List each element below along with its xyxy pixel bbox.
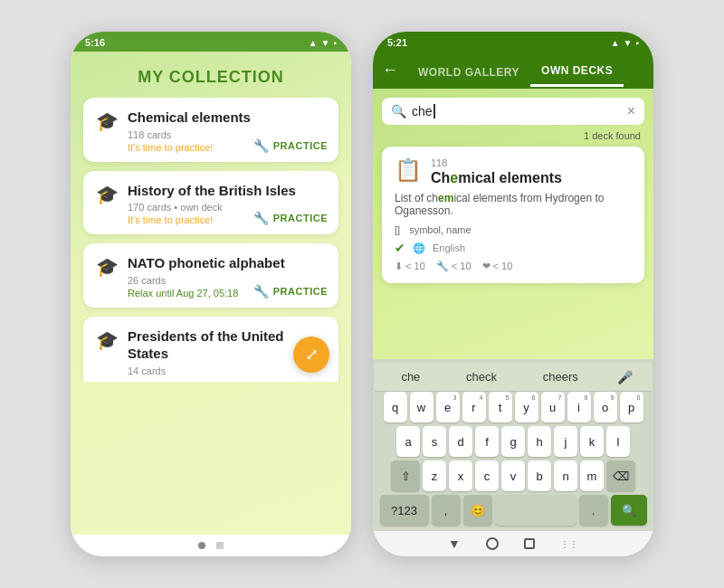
key-r[interactable]: r4 [462,392,486,422]
search-input[interactable]: che [412,104,622,119]
result-deck-icon: 📋 [395,157,422,183]
results-count: 1 deck found [373,128,653,147]
key-x[interactable]: x [449,460,472,491]
key-q[interactable]: q [384,392,407,422]
result-stats: ⬇ < 10 🔧 < 10 ❤ < 10 [395,261,632,272]
keyboard-row-1: q w e3 r4 t5 y6 u7 i8 o9 p0 [375,392,652,422]
search-clear-button[interactable]: × [627,103,635,119]
practice-icon-british: 🔧 [253,211,270,225]
key-c[interactable]: c [475,460,499,491]
result-description: List of chemical elements from Hydrogen … [395,192,632,217]
stat-learned: 🔧 < 10 [436,261,472,272]
key-y[interactable]: y6 [515,392,538,422]
tab-world-gallery[interactable]: WORLD GALLERY [407,55,530,86]
gesture-bar: ▼ ⋮⋮ [373,531,653,556]
period-key[interactable]: . [579,495,608,526]
comma-key[interactable]: , [432,495,461,526]
key-f[interactable]: f [475,426,499,457]
practice-label: PRACTICE [273,140,328,151]
result-title-suffix: mical elements [458,170,562,185]
practice-btn-british[interactable]: 🔧 PRACTICE [253,211,328,225]
result-tags: [] symbol, name [395,224,632,235]
keyboard: che check cheers 🎤 q w e3 r4 t5 y6 u7 i8… [373,359,653,531]
back-gesture-icon: ▼ [448,536,461,551]
key-b[interactable]: b [528,460,551,491]
result-tag-fields: symbol, name [409,224,471,235]
deck-meta-chemical: 118 cards [128,129,251,140]
result-card-header: 📋 118 Chemical elements [395,157,632,186]
search-enter-key[interactable]: 🔍 [611,495,647,526]
fab-button[interactable]: ⤢ [293,337,329,373]
search-icon: 🔍 [391,104,406,119]
search-query: che [412,104,433,119]
deck-card-presidents[interactable]: 🎓 Presidents of the United States 14 car… [83,317,338,382]
key-p[interactable]: p0 [620,392,643,422]
wifi-icon: ▼ [321,38,330,48]
key-w[interactable]: w [410,392,433,422]
key-o[interactable]: o9 [594,392,617,422]
deck-icon-nato: 🎓 [96,256,119,278]
emoji-key[interactable]: 😊 [463,495,492,526]
result-meta: ✔ 🌐 English [395,241,632,255]
right-signal-icon: ▲ [611,38,620,48]
deck-card-british[interactable]: 🎓 History of the British Isles 170 cards… [83,171,338,235]
key-m[interactable]: m [580,460,604,491]
nav-dot-1 [198,542,205,549]
keyboard-suggestions: che check cheers 🎤 [375,363,652,392]
right-phone: 5:21 ▲ ▼ ▪ ← WORLD GALLERY OWN DECKS 🔍 c… [373,32,653,556]
tab-own-decks[interactable]: OWN DECKS [530,53,624,87]
left-status-bar: 5:16 ▲ ▼ ▪ [71,32,351,52]
suggestion-cheers[interactable]: cheers [536,368,586,385]
search-bar[interactable]: 🔍 che × [382,98,644,125]
bottom-nav [71,535,351,556]
key-d[interactable]: d [449,426,472,457]
result-title-highlight: e [450,170,458,185]
key-g[interactable]: g [501,426,525,457]
menu-gesture-dots: ⋮⋮ [560,539,578,549]
deck-title-british: History of the British Isles [128,182,296,200]
key-a[interactable]: a [396,426,420,457]
key-t[interactable]: t5 [489,392,512,422]
result-language: English [433,242,465,253]
deck-list: 🎓 Chemical elements 118 cards It's time … [71,98,351,382]
key-h[interactable]: h [528,426,551,457]
key-k[interactable]: k [580,426,604,457]
key-l[interactable]: l [606,426,630,457]
key-z[interactable]: z [423,460,446,491]
back-button[interactable]: ← [373,52,407,89]
right-content-area: ← WORLD GALLERY OWN DECKS 🔍 che × 1 deck… [373,52,653,556]
practice-btn-nato[interactable]: 🔧 PRACTICE [253,284,328,299]
backspace-key[interactable]: ⌫ [606,460,635,491]
keyboard-row-2: a s d f g h j k l [375,426,652,457]
practice-label-nato: PRACTICE [273,286,328,297]
key-j[interactable]: j [554,426,577,457]
space-key[interactable] [495,495,576,526]
battery-icon: ▪ [333,38,337,48]
practice-btn-chemical[interactable]: 🔧 PRACTICE [253,138,328,153]
left-status-icons: ▲ ▼ ▪ [309,38,337,48]
deck-info: Chemical elements 118 cards It's time to… [128,109,251,153]
deck-header-presidents: 🎓 Presidents of the United States 14 car… [96,327,326,376]
key-i[interactable]: i8 [567,392,591,422]
deck-title-chemical: Chemical elements [128,109,251,127]
suggestion-check[interactable]: check [459,368,504,385]
result-card-chemical[interactable]: 📋 118 Chemical elements List of chemical… [382,147,644,283]
deck-card-nato[interactable]: 🎓 NATO phonetic alphabet 26 cards Relax … [83,243,338,308]
result-desc-highlight: em [438,192,453,204]
deck-card-chemical[interactable]: 🎓 Chemical elements 118 cards It's time … [83,98,338,162]
key-u[interactable]: u7 [541,392,565,422]
microphone-icon[interactable]: 🎤 [617,370,633,384]
stat-liked: ❤ < 10 [482,261,513,272]
fab-icon: ⤢ [305,345,319,365]
deck-meta-presidents: 14 cards [128,365,326,376]
key-v[interactable]: v [501,460,525,491]
suggestion-che[interactable]: che [394,368,427,385]
key-n[interactable]: n [554,460,577,491]
shift-key[interactable]: ⇧ [391,460,420,491]
numbers-key[interactable]: ?123 [380,495,429,526]
brackets-icon: [] [395,224,400,235]
deck-icon-presidents: 🎓 [96,329,119,351]
keyboard-row-3: ⇧ z x c v b n m ⌫ [375,460,652,491]
key-s[interactable]: s [423,426,446,457]
key-e[interactable]: e3 [436,392,460,422]
